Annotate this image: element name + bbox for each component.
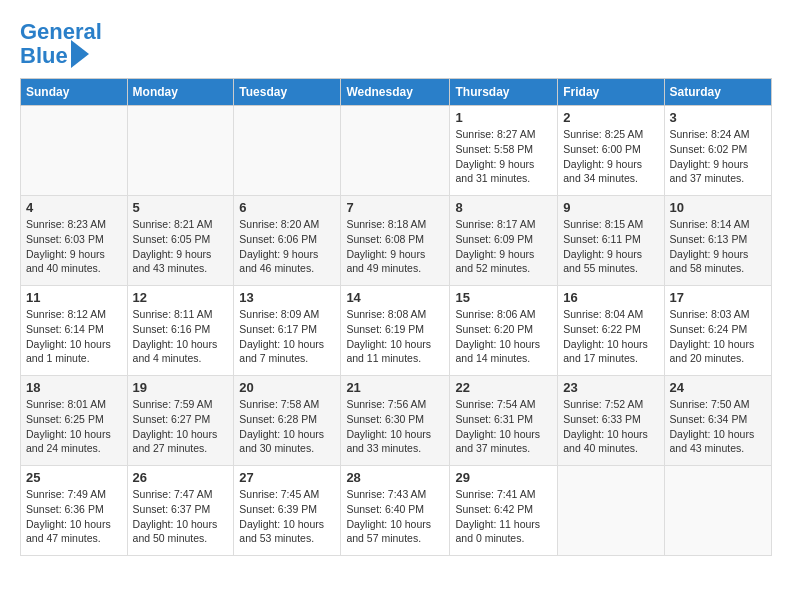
day-info: Sunrise: 8:01 AMSunset: 6:25 PMDaylight:… — [26, 397, 122, 456]
day-number: 29 — [455, 470, 552, 485]
calendar-cell: 4Sunrise: 8:23 AMSunset: 6:03 PMDaylight… — [21, 196, 128, 286]
day-number: 7 — [346, 200, 444, 215]
day-number: 24 — [670, 380, 767, 395]
calendar-cell — [341, 106, 450, 196]
calendar-cell — [21, 106, 128, 196]
day-number: 2 — [563, 110, 658, 125]
calendar-cell: 1Sunrise: 8:27 AMSunset: 5:58 PMDaylight… — [450, 106, 558, 196]
calendar-cell: 11Sunrise: 8:12 AMSunset: 6:14 PMDayligh… — [21, 286, 128, 376]
day-info: Sunrise: 7:43 AMSunset: 6:40 PMDaylight:… — [346, 487, 444, 546]
col-header-saturday: Saturday — [664, 79, 772, 106]
day-info: Sunrise: 8:25 AMSunset: 6:00 PMDaylight:… — [563, 127, 658, 186]
day-info: Sunrise: 8:06 AMSunset: 6:20 PMDaylight:… — [455, 307, 552, 366]
day-number: 27 — [239, 470, 335, 485]
calendar-cell: 29Sunrise: 7:41 AMSunset: 6:42 PMDayligh… — [450, 466, 558, 556]
calendar-cell: 6Sunrise: 8:20 AMSunset: 6:06 PMDaylight… — [234, 196, 341, 286]
day-number: 22 — [455, 380, 552, 395]
calendar-cell: 8Sunrise: 8:17 AMSunset: 6:09 PMDaylight… — [450, 196, 558, 286]
day-info: Sunrise: 8:15 AMSunset: 6:11 PMDaylight:… — [563, 217, 658, 276]
calendar-cell: 21Sunrise: 7:56 AMSunset: 6:30 PMDayligh… — [341, 376, 450, 466]
logo-arrow-icon — [71, 40, 89, 68]
day-info: Sunrise: 7:50 AMSunset: 6:34 PMDaylight:… — [670, 397, 767, 456]
calendar-cell: 26Sunrise: 7:47 AMSunset: 6:37 PMDayligh… — [127, 466, 234, 556]
page-header: General Blue — [20, 20, 772, 68]
day-info: Sunrise: 8:03 AMSunset: 6:24 PMDaylight:… — [670, 307, 767, 366]
day-info: Sunrise: 8:08 AMSunset: 6:19 PMDaylight:… — [346, 307, 444, 366]
day-number: 11 — [26, 290, 122, 305]
day-info: Sunrise: 8:18 AMSunset: 6:08 PMDaylight:… — [346, 217, 444, 276]
calendar-cell — [664, 466, 772, 556]
day-info: Sunrise: 7:56 AMSunset: 6:30 PMDaylight:… — [346, 397, 444, 456]
day-number: 10 — [670, 200, 767, 215]
calendar-table: SundayMondayTuesdayWednesdayThursdayFrid… — [20, 78, 772, 556]
day-number: 17 — [670, 290, 767, 305]
calendar-week-row: 1Sunrise: 8:27 AMSunset: 5:58 PMDaylight… — [21, 106, 772, 196]
day-number: 16 — [563, 290, 658, 305]
day-info: Sunrise: 8:04 AMSunset: 6:22 PMDaylight:… — [563, 307, 658, 366]
calendar-cell: 18Sunrise: 8:01 AMSunset: 6:25 PMDayligh… — [21, 376, 128, 466]
col-header-friday: Friday — [558, 79, 664, 106]
day-number: 25 — [26, 470, 122, 485]
calendar-week-row: 4Sunrise: 8:23 AMSunset: 6:03 PMDaylight… — [21, 196, 772, 286]
col-header-wednesday: Wednesday — [341, 79, 450, 106]
calendar-cell: 24Sunrise: 7:50 AMSunset: 6:34 PMDayligh… — [664, 376, 772, 466]
calendar-cell: 14Sunrise: 8:08 AMSunset: 6:19 PMDayligh… — [341, 286, 450, 376]
day-info: Sunrise: 7:45 AMSunset: 6:39 PMDaylight:… — [239, 487, 335, 546]
day-info: Sunrise: 8:12 AMSunset: 6:14 PMDaylight:… — [26, 307, 122, 366]
logo-text: General Blue — [20, 20, 102, 68]
day-number: 6 — [239, 200, 335, 215]
day-info: Sunrise: 8:27 AMSunset: 5:58 PMDaylight:… — [455, 127, 552, 186]
day-info: Sunrise: 7:59 AMSunset: 6:27 PMDaylight:… — [133, 397, 229, 456]
day-info: Sunrise: 8:24 AMSunset: 6:02 PMDaylight:… — [670, 127, 767, 186]
calendar-cell — [234, 106, 341, 196]
day-info: Sunrise: 8:09 AMSunset: 6:17 PMDaylight:… — [239, 307, 335, 366]
day-number: 19 — [133, 380, 229, 395]
day-number: 1 — [455, 110, 552, 125]
calendar-cell: 12Sunrise: 8:11 AMSunset: 6:16 PMDayligh… — [127, 286, 234, 376]
calendar-cell: 3Sunrise: 8:24 AMSunset: 6:02 PMDaylight… — [664, 106, 772, 196]
calendar-cell: 23Sunrise: 7:52 AMSunset: 6:33 PMDayligh… — [558, 376, 664, 466]
day-info: Sunrise: 7:52 AMSunset: 6:33 PMDaylight:… — [563, 397, 658, 456]
day-info: Sunrise: 7:54 AMSunset: 6:31 PMDaylight:… — [455, 397, 552, 456]
day-info: Sunrise: 7:49 AMSunset: 6:36 PMDaylight:… — [26, 487, 122, 546]
calendar-cell: 28Sunrise: 7:43 AMSunset: 6:40 PMDayligh… — [341, 466, 450, 556]
calendar-cell: 7Sunrise: 8:18 AMSunset: 6:08 PMDaylight… — [341, 196, 450, 286]
calendar-header-row: SundayMondayTuesdayWednesdayThursdayFrid… — [21, 79, 772, 106]
col-header-tuesday: Tuesday — [234, 79, 341, 106]
calendar-cell: 2Sunrise: 8:25 AMSunset: 6:00 PMDaylight… — [558, 106, 664, 196]
calendar-cell: 13Sunrise: 8:09 AMSunset: 6:17 PMDayligh… — [234, 286, 341, 376]
calendar-cell — [127, 106, 234, 196]
calendar-cell: 9Sunrise: 8:15 AMSunset: 6:11 PMDaylight… — [558, 196, 664, 286]
calendar-cell: 22Sunrise: 7:54 AMSunset: 6:31 PMDayligh… — [450, 376, 558, 466]
day-number: 14 — [346, 290, 444, 305]
col-header-sunday: Sunday — [21, 79, 128, 106]
col-header-thursday: Thursday — [450, 79, 558, 106]
calendar-cell: 20Sunrise: 7:58 AMSunset: 6:28 PMDayligh… — [234, 376, 341, 466]
day-info: Sunrise: 8:20 AMSunset: 6:06 PMDaylight:… — [239, 217, 335, 276]
calendar-cell: 5Sunrise: 8:21 AMSunset: 6:05 PMDaylight… — [127, 196, 234, 286]
calendar-week-row: 18Sunrise: 8:01 AMSunset: 6:25 PMDayligh… — [21, 376, 772, 466]
calendar-cell: 16Sunrise: 8:04 AMSunset: 6:22 PMDayligh… — [558, 286, 664, 376]
day-number: 12 — [133, 290, 229, 305]
logo: General Blue — [20, 20, 102, 68]
calendar-cell: 25Sunrise: 7:49 AMSunset: 6:36 PMDayligh… — [21, 466, 128, 556]
day-info: Sunrise: 7:41 AMSunset: 6:42 PMDaylight:… — [455, 487, 552, 546]
day-info: Sunrise: 7:47 AMSunset: 6:37 PMDaylight:… — [133, 487, 229, 546]
calendar-cell: 17Sunrise: 8:03 AMSunset: 6:24 PMDayligh… — [664, 286, 772, 376]
day-info: Sunrise: 8:14 AMSunset: 6:13 PMDaylight:… — [670, 217, 767, 276]
day-number: 23 — [563, 380, 658, 395]
day-number: 4 — [26, 200, 122, 215]
day-number: 26 — [133, 470, 229, 485]
day-info: Sunrise: 8:17 AMSunset: 6:09 PMDaylight:… — [455, 217, 552, 276]
day-number: 9 — [563, 200, 658, 215]
day-info: Sunrise: 8:23 AMSunset: 6:03 PMDaylight:… — [26, 217, 122, 276]
calendar-week-row: 11Sunrise: 8:12 AMSunset: 6:14 PMDayligh… — [21, 286, 772, 376]
calendar-cell: 19Sunrise: 7:59 AMSunset: 6:27 PMDayligh… — [127, 376, 234, 466]
calendar-cell: 15Sunrise: 8:06 AMSunset: 6:20 PMDayligh… — [450, 286, 558, 376]
calendar-cell: 27Sunrise: 7:45 AMSunset: 6:39 PMDayligh… — [234, 466, 341, 556]
day-number: 28 — [346, 470, 444, 485]
day-number: 13 — [239, 290, 335, 305]
col-header-monday: Monday — [127, 79, 234, 106]
day-info: Sunrise: 8:11 AMSunset: 6:16 PMDaylight:… — [133, 307, 229, 366]
day-number: 20 — [239, 380, 335, 395]
